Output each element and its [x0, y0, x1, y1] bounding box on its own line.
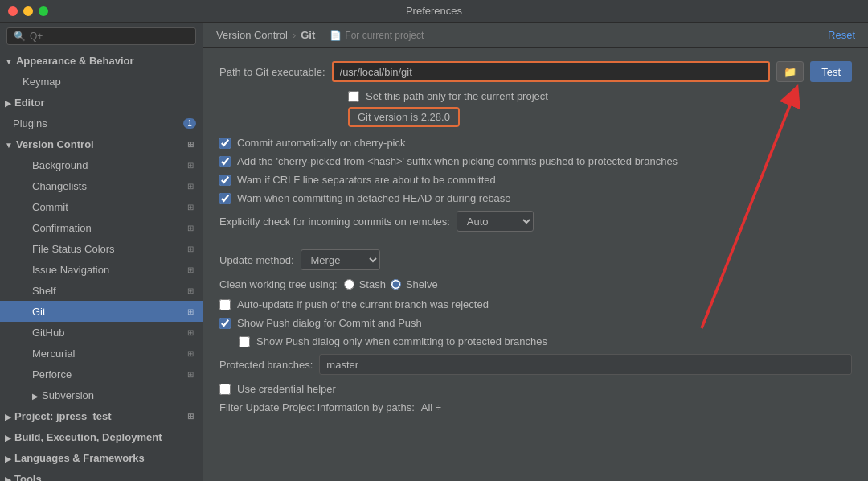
breadcrumb-current: Git — [301, 29, 315, 41]
set-path-row: Set this path only for the current proje… — [348, 90, 852, 102]
sync-icon: ⊞ — [185, 222, 196, 233]
sidebar-item-project[interactable]: ▶Project: jpress_test ⊞ — [0, 405, 203, 426]
sidebar-item-plugins[interactable]: Plugins 1 — [0, 113, 203, 134]
sync-icon: ⊞ — [185, 243, 196, 254]
chevron-icon: ▶ — [5, 475, 11, 482]
window-title: Preferences — [406, 5, 462, 17]
sidebar-item-file-status-colors[interactable]: File Status Colors ⊞ — [0, 238, 203, 259]
show-push-protected-row: Show Push dialog only when committing to… — [239, 335, 852, 347]
sync-icon: ⊞ — [185, 138, 196, 150]
chevron-icon: ▼ — [5, 141, 13, 150]
crlf-checkbox[interactable] — [219, 175, 231, 186]
sidebar-item-commit[interactable]: Commit ⊞ — [0, 196, 203, 217]
sidebar-item-perforce[interactable]: Perforce ⊞ — [0, 364, 203, 384]
chevron-icon: ▶ — [5, 454, 11, 463]
auto-update-checkbox[interactable] — [219, 299, 231, 310]
sidebar-item-label: Keymap — [23, 76, 61, 88]
incoming-label: Explicitly check for incoming commits on… — [219, 216, 450, 228]
for-project-label: 📄 For current project — [330, 30, 424, 41]
sidebar-item-label: Project: jpress_test — [14, 410, 112, 422]
git-version-badge: Git version is 2.28.0 — [348, 107, 460, 127]
update-method-select[interactable]: Merge Rebase — [301, 249, 380, 270]
search-box[interactable]: 🔍 — [6, 27, 196, 45]
clean-radio-group: Stash Shelve — [344, 278, 438, 290]
breadcrumb-parent: Version Control — [216, 29, 288, 41]
sidebar-item-label: Languages & Frameworks — [14, 452, 145, 464]
sidebar-item-git[interactable]: Git ⊞ — [0, 301, 203, 322]
show-push-protected-checkbox[interactable] — [239, 336, 250, 347]
filter-value: All ÷ — [421, 401, 441, 413]
sidebar-item-languages[interactable]: ▶Languages & Frameworks — [0, 447, 203, 468]
cherry-pick-label: Commit automatically on cherry-pick — [237, 137, 406, 149]
window-controls[interactable] — [8, 6, 48, 16]
sidebar-item-label: Appearance & Behavior — [16, 55, 134, 67]
sidebar-item-label: Mercurial — [32, 347, 75, 360]
maximize-button[interactable] — [39, 6, 48, 16]
content-body: Path to Git executable: 📁 Test Set this … — [203, 48, 868, 481]
git-version-row: Git version is 2.28.0 — [348, 107, 852, 127]
folder-button[interactable]: 📁 — [776, 61, 804, 82]
section-gap-1 — [219, 240, 852, 249]
credential-checkbox[interactable] — [219, 384, 231, 395]
search-input[interactable] — [30, 31, 189, 42]
sync-icon: ⊞ — [185, 368, 196, 380]
reset-button[interactable]: Reset — [828, 29, 855, 41]
content-header: Version Control › Git 📄 For current proj… — [203, 23, 868, 48]
minimize-button[interactable] — [23, 6, 33, 16]
close-button[interactable] — [8, 6, 18, 16]
sidebar-item-label: Tools — [14, 473, 42, 482]
sidebar-item-label: Editor — [14, 97, 45, 109]
sidebar-item-background[interactable]: Background ⊞ — [0, 154, 203, 175]
sync-icon: ⊞ — [185, 180, 196, 191]
cherry-pick-checkbox[interactable] — [219, 138, 231, 149]
sidebar-item-version-control[interactable]: ▼Version Control ⊞ — [0, 134, 203, 154]
search-icon: 🔍 — [14, 31, 26, 42]
sidebar-item-issue-navigation[interactable]: Issue Navigation ⊞ — [0, 259, 203, 280]
auto-update-label: Auto-update if push of the current branc… — [237, 298, 489, 310]
sidebar-item-appearance[interactable]: ▼Appearance & Behavior — [0, 50, 203, 71]
set-path-checkbox[interactable] — [348, 91, 359, 102]
chevron-icon: ▶ — [32, 392, 39, 401]
content-area: Version Control › Git 📄 For current proj… — [203, 23, 868, 481]
sidebar-item-build[interactable]: ▶Build, Execution, Deployment — [0, 426, 203, 447]
chevron-icon: ▶ — [5, 99, 11, 108]
clean-label: Clean working tree using: — [219, 278, 338, 290]
sidebar-item-github[interactable]: GitHub ⊞ — [0, 322, 203, 343]
sidebar-item-confirmation[interactable]: Confirmation ⊞ — [0, 217, 203, 238]
path-input[interactable] — [332, 61, 771, 82]
shelve-radio[interactable] — [391, 279, 401, 290]
sidebar-item-mercurial[interactable]: Mercurial ⊞ — [0, 343, 203, 364]
sidebar-item-tools[interactable]: ▶Tools — [0, 468, 203, 481]
test-button[interactable]: Test — [810, 61, 852, 82]
auto-update-row: Auto-update if push of the current branc… — [219, 298, 852, 310]
sidebar-item-label: Subversion — [42, 389, 94, 401]
protected-branches-label: Protected branches: — [219, 359, 313, 371]
stash-radio[interactable] — [344, 279, 354, 290]
sidebar-item-label: Confirmation — [32, 222, 92, 234]
filter-row: Filter Update Project information by pat… — [219, 401, 852, 413]
update-method-row: Update method: Merge Rebase — [219, 249, 852, 270]
sidebar-item-shelf[interactable]: Shelf ⊞ — [0, 280, 203, 301]
set-path-label: Set this path only for the current proje… — [366, 90, 548, 102]
file-icon: 📄 — [330, 30, 342, 41]
sidebar-item-label: Build, Execution, Deployment — [14, 431, 162, 443]
path-row: Path to Git executable: 📁 Test — [219, 61, 852, 82]
sidebar-item-changelists[interactable]: Changelists ⊞ — [0, 175, 203, 196]
cherry-suffix-checkbox[interactable] — [219, 156, 231, 167]
sync-icon: ⊞ — [185, 327, 196, 338]
sidebar-item-editor[interactable]: ▶Editor — [0, 92, 203, 113]
detached-row: Warn when committing in detached HEAD or… — [219, 192, 852, 204]
main-layout: 🔍 ▼Appearance & Behavior Keymap ▶Editor … — [0, 23, 868, 481]
sync-icon: ⊞ — [185, 159, 196, 171]
protected-branches-input[interactable] — [319, 354, 852, 375]
sync-icon: ⊞ — [185, 264, 196, 275]
sidebar-item-subversion[interactable]: ▶Subversion — [0, 384, 203, 405]
credential-row: Use credential helper — [219, 383, 852, 395]
incoming-row: Explicitly check for incoming commits on… — [219, 211, 852, 232]
sidebar-item-keymap[interactable]: Keymap — [0, 71, 203, 92]
detached-checkbox[interactable] — [219, 193, 231, 204]
incoming-select[interactable]: Auto Always Never — [457, 211, 534, 232]
crlf-label: Warn if CRLF line separators are about t… — [237, 174, 496, 186]
sidebar-item-label: Background — [32, 159, 88, 171]
show-push-checkbox[interactable] — [219, 318, 231, 329]
